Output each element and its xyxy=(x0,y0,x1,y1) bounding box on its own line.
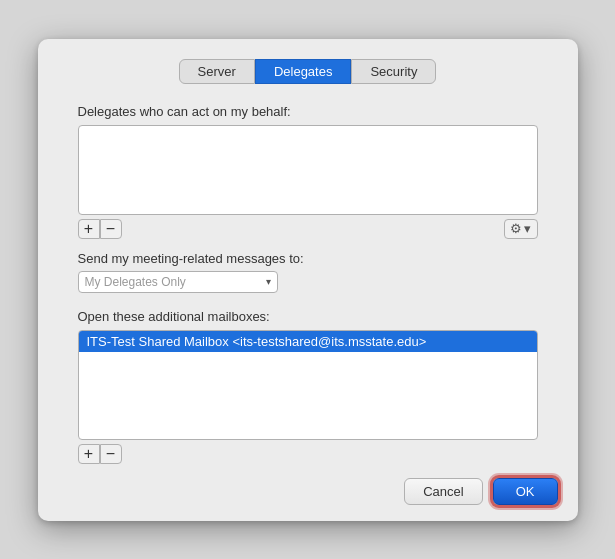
tab-server[interactable]: Server xyxy=(179,59,255,84)
dialog: Server Delegates Security Delegates who … xyxy=(38,39,578,521)
tab-security[interactable]: Security xyxy=(351,59,436,84)
select-arrow-icon: ▾ xyxy=(266,276,271,287)
delegates-list[interactable] xyxy=(78,125,538,215)
mailboxes-label: Open these additional mailboxes: xyxy=(78,309,538,324)
meeting-select[interactable]: My Delegates Only ▾ xyxy=(78,271,278,293)
remove-delegate-button[interactable]: − xyxy=(100,219,122,239)
delegates-label: Delegates who can act on my behalf: xyxy=(78,104,538,119)
delegates-controls: + − ⚙ ▾ xyxy=(78,219,538,239)
meeting-label: Send my meeting-related messages to: xyxy=(78,251,538,266)
add-mailbox-button[interactable]: + xyxy=(78,444,100,464)
chevron-down-icon: ▾ xyxy=(524,221,531,236)
remove-mailbox-button[interactable]: − xyxy=(100,444,122,464)
bottom-row: Cancel OK xyxy=(38,464,578,505)
tab-bar: Server Delegates Security xyxy=(38,59,578,84)
ok-button[interactable]: OK xyxy=(493,478,558,505)
gear-icon: ⚙ xyxy=(510,221,522,236)
meeting-select-value: My Delegates Only xyxy=(85,275,186,289)
delegates-btn-group: + − xyxy=(78,219,122,239)
gear-button[interactable]: ⚙ ▾ xyxy=(504,219,538,239)
list-item[interactable]: ITS-Test Shared Mailbox <its-testshared@… xyxy=(79,331,537,352)
add-delegate-button[interactable]: + xyxy=(78,219,100,239)
cancel-button[interactable]: Cancel xyxy=(404,478,482,505)
dialog-content: Delegates who can act on my behalf: + − … xyxy=(38,104,578,464)
mailboxes-list[interactable]: ITS-Test Shared Mailbox <its-testshared@… xyxy=(78,330,538,440)
tab-delegates[interactable]: Delegates xyxy=(255,59,352,84)
mailboxes-btn-group: + − xyxy=(78,444,538,464)
